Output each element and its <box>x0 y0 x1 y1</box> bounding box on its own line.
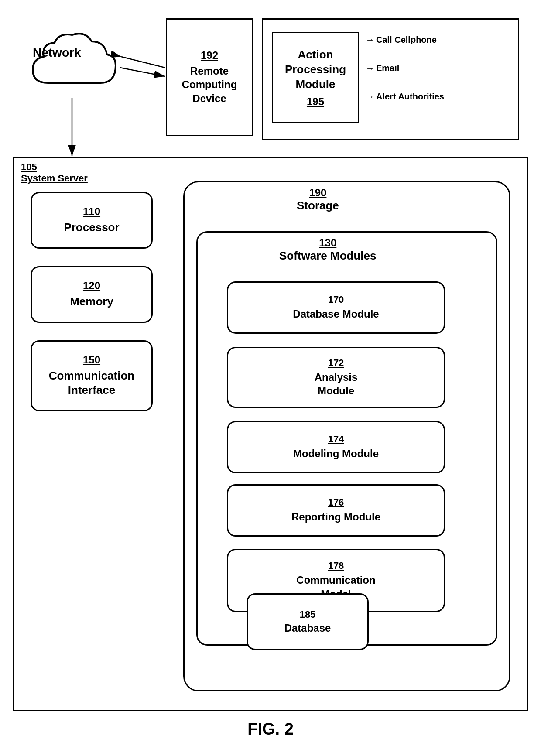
software-modules-label: 130 Software Modules <box>279 237 376 263</box>
network-label: Network <box>33 46 81 60</box>
modeling-label: Modeling Module <box>293 447 379 460</box>
network-cloud <box>24 26 120 96</box>
processor-label: Processor <box>64 221 119 234</box>
db-module-ref: 170 <box>328 294 344 305</box>
reporting-module-box: 176 Reporting Module <box>227 484 445 537</box>
left-components: 110 Processor 120 Memory 150 Communicati… <box>31 192 153 411</box>
sw-modules-name: Software Modules <box>279 249 376 262</box>
storage-label: 190 Storage <box>297 187 339 212</box>
database-ref: 185 <box>300 609 316 620</box>
output-alert: → Alert Authorities <box>366 92 444 102</box>
sw-modules-ref: 130 <box>279 237 376 249</box>
analysis-ref: 172 <box>328 357 344 369</box>
action-outer-box: ActionProcessingModule 195 → Call Cellph… <box>262 18 519 140</box>
svg-line-3 <box>121 57 165 68</box>
output-call: → Call Cellphone <box>366 35 444 45</box>
remote-device-ref: 192 <box>201 49 218 62</box>
reporting-label: Reporting Module <box>291 510 380 523</box>
system-server-label: 105 System Server <box>21 161 88 184</box>
database-box: 185 Database <box>247 593 369 650</box>
storage-ref: 190 <box>297 187 339 199</box>
comm-label: CommunicationInterface <box>49 369 134 397</box>
action-module-ref: 195 <box>307 96 324 108</box>
svg-line-2 <box>120 68 165 76</box>
analysis-module-box: 172 AnalysisModule <box>227 347 445 408</box>
output-email: → Email <box>366 63 444 73</box>
memory-box: 120 Memory <box>31 266 153 323</box>
diagram: Network 192 RemoteComputingDevice Action… <box>0 0 541 756</box>
remote-device-box: 192 RemoteComputingDevice <box>166 18 253 136</box>
comm-interface-box: 150 CommunicationInterface <box>31 340 153 412</box>
database-label: Database <box>284 622 331 634</box>
db-module-label: Database Module <box>293 307 379 321</box>
memory-ref: 120 <box>41 280 143 292</box>
comm-model-ref: 178 <box>328 560 344 571</box>
reporting-ref: 176 <box>328 497 344 508</box>
modeling-module-box: 174 Modeling Module <box>227 421 445 473</box>
remote-device-label: RemoteComputingDevice <box>182 64 237 105</box>
comm-ref: 150 <box>41 354 143 366</box>
modeling-ref: 174 <box>328 434 344 445</box>
processor-box: 110 Processor <box>31 192 153 249</box>
storage-name: Storage <box>297 199 339 212</box>
system-server-name: System Server <box>21 173 88 184</box>
figure-label: FIG. 2 <box>247 720 294 739</box>
analysis-label: AnalysisModule <box>315 370 358 397</box>
system-server-ref: 105 <box>21 161 37 172</box>
action-module-box: ActionProcessingModule 195 <box>272 32 359 123</box>
action-module-label: ActionProcessingModule <box>285 48 346 92</box>
memory-label: Memory <box>70 295 113 308</box>
processor-ref: 110 <box>41 205 143 218</box>
database-module-box: 170 Database Module <box>227 281 445 334</box>
